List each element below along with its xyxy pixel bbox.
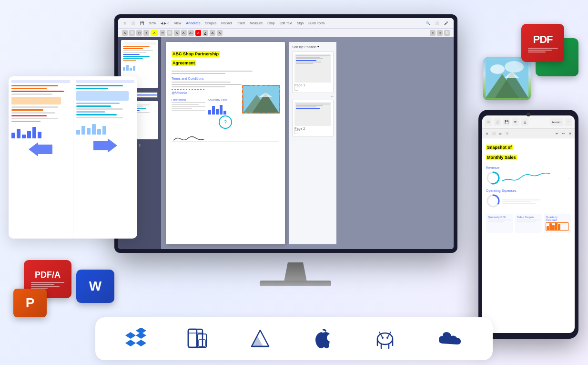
main-toolbar[interactable]: ☰ ⬜ 💾 97% ◀ ▶ ○ View Annotate Shapes Red… — [118, 18, 454, 29]
quarterly-fees-col: Quarterly Fees ? — [208, 98, 242, 130]
redact-menu[interactable]: Redact — [220, 21, 233, 25]
tab-text-icon[interactable]: T — [504, 131, 510, 136]
sign-menu[interactable]: Sign — [295, 21, 305, 25]
landscape-image — [483, 57, 531, 100]
forecast-title: Quarterly Forecast — [546, 216, 569, 221]
svg-point-33 — [386, 337, 388, 339]
pdf-top-badge: PDF — [521, 24, 564, 62]
tablet-save[interactable]: 💾 — [503, 118, 510, 126]
tablet-annotate[interactable]: ✏ — [512, 118, 519, 126]
annotate-menu[interactable]: Annotate — [184, 21, 202, 25]
android-icon[interactable] — [374, 328, 396, 349]
text-size-icon[interactable]: A — [174, 30, 180, 36]
page-icon[interactable]: ⬜ — [130, 21, 137, 26]
pdf-title-line1: ABC Shop Partnership — [172, 51, 220, 57]
annotation-toolbar[interactable]: A ⬜ ◻ T A ✏ ⬜ A A- A+ A A A A ↩ ↪ ⬜ — [118, 29, 454, 37]
tablet-menu[interactable]: ☰ — [485, 118, 492, 126]
pdf-title-line2: Agreement — [172, 60, 196, 66]
tab-redo[interactable]: ↪ — [560, 131, 566, 136]
text-icon[interactable]: T — [143, 30, 149, 36]
right-bar-chart — [76, 120, 135, 135]
tablet-page[interactable]: ⬜ — [494, 118, 501, 126]
font-color-a[interactable]: A — [195, 30, 201, 36]
apple-icon[interactable] — [312, 328, 333, 349]
right-page2-thumb[interactable]: Page 2 — [292, 100, 334, 136]
arrow-left-icon — [29, 142, 52, 156]
search-icon[interactable]: 🔍 — [425, 21, 432, 26]
zoom-level[interactable]: 97% — [148, 21, 157, 25]
tab-undo[interactable]: ↩ — [554, 131, 559, 136]
font-icon[interactable]: A — [122, 30, 128, 36]
shape-icon[interactable]: ◻ — [136, 30, 142, 36]
page1-label: Page 1 — [294, 83, 331, 87]
pdf-page-main: ABC Shop Partnership Agreement Terms and… — [166, 42, 285, 244]
comparison-left — [9, 76, 73, 239]
tablet-annot-label[interactable]: Annot... — [550, 118, 563, 126]
col2-title: Quarterly Fees — [208, 98, 242, 101]
col1-title: Partnership — [172, 98, 205, 101]
pdf-right-panel: Sort by: Position ▾ — [289, 42, 336, 244]
highlight-icon[interactable]: A — [151, 30, 158, 36]
redo-icon[interactable]: ↪ — [437, 30, 443, 36]
increase-icon[interactable]: A+ — [188, 30, 194, 36]
tab-box-icon[interactable]: ⬜ — [491, 131, 497, 136]
tablet-screen: ☰ ⬜ 💾 ✏ △ Annot... ··· A ⬜ ▭ T ↩ ↪ ✕ Sna… — [482, 115, 575, 333]
stamp-icon[interactable]: ⬜ — [167, 30, 172, 36]
google-drive-icon[interactable] — [250, 328, 271, 349]
forecast-section: Quarterly Forecast — [544, 214, 571, 233]
view-menu[interactable]: View — [172, 21, 182, 25]
page2-checkbox[interactable] — [294, 130, 298, 134]
tablet-toolbar[interactable]: ☰ ⬜ 💾 ✏ △ Annot... ··· — [482, 115, 575, 129]
undo-icon[interactable]: ↩ — [430, 30, 436, 36]
menu-icon[interactable]: ☰ — [122, 21, 128, 26]
tab-del[interactable]: ✕ — [567, 131, 573, 136]
sort-by-control[interactable]: Sort by: Position ▾ — [292, 45, 334, 49]
monitor: ☰ ⬜ 💾 97% ◀ ▶ ○ View Annotate Shapes Red… — [114, 14, 476, 291]
arrow-right-icon — [93, 138, 117, 153]
tablet-camera — [527, 113, 530, 116]
pdf-icon: PDF — [533, 33, 553, 46]
tablet-shape[interactable]: △ — [521, 118, 528, 126]
crop-menu[interactable]: Crop — [266, 21, 276, 25]
edit-text-menu[interactable]: Edit Text — [278, 21, 294, 25]
cloud-icon[interactable] — [438, 328, 463, 349]
mic-icon[interactable]: 🎤 — [443, 21, 450, 26]
svg-point-8 — [505, 61, 524, 73]
svg-marker-5 — [93, 138, 117, 153]
dropbox-icon[interactable] — [125, 328, 146, 349]
page1-checkbox[interactable] — [294, 87, 298, 91]
comparison-right — [73, 76, 138, 239]
signature-field — [172, 134, 279, 142]
tablet-annotation-bar[interactable]: A ⬜ ▭ T ↩ ↪ ✕ — [482, 129, 575, 138]
svg-point-7 — [490, 64, 505, 74]
pdf-image-annotation[interactable] — [242, 85, 280, 114]
image-badge — [483, 57, 531, 100]
share-icon[interactable]: ⬜ — [434, 21, 441, 26]
monitor-stand — [276, 262, 314, 282]
svg-point-25 — [377, 333, 393, 344]
comparison-panel — [9, 76, 137, 239]
quarterly-roi-section: Quarterly ROI — [486, 214, 513, 233]
textbox-icon[interactable]: ⬜ — [129, 30, 135, 36]
decrease-icon[interactable]: A- — [181, 30, 187, 36]
strikethrough-a[interactable]: A — [210, 30, 215, 36]
eraser-icon[interactable]: ⬜ — [444, 30, 450, 36]
right-page1-thumb[interactable]: Page 1 — [292, 52, 334, 93]
underline-a[interactable]: A — [203, 30, 208, 36]
revenue-section: Revenue ··· — [486, 166, 571, 185]
bold-a[interactable]: A — [217, 30, 223, 36]
pencil-icon[interactable]: ✏ — [160, 30, 165, 36]
insert-menu[interactable]: Insert — [235, 21, 246, 25]
tab-font-icon[interactable]: A — [484, 131, 490, 136]
pdf-software-icon[interactable] — [187, 328, 208, 349]
tablet-more[interactable]: ··· — [565, 118, 572, 126]
revenue-graph — [502, 171, 550, 183]
left-bar-chart — [11, 124, 70, 138]
shapes-menu[interactable]: Shapes — [204, 21, 218, 25]
zoom-controls[interactable]: ◀ ▶ ○ — [159, 21, 171, 26]
tab-rect-icon[interactable]: ▭ — [497, 131, 503, 136]
save-icon[interactable]: 💾 — [139, 21, 146, 26]
measure-menu[interactable]: Measure — [248, 21, 264, 25]
svg-point-32 — [382, 337, 384, 339]
build-form-menu[interactable]: Build Form — [307, 21, 326, 25]
